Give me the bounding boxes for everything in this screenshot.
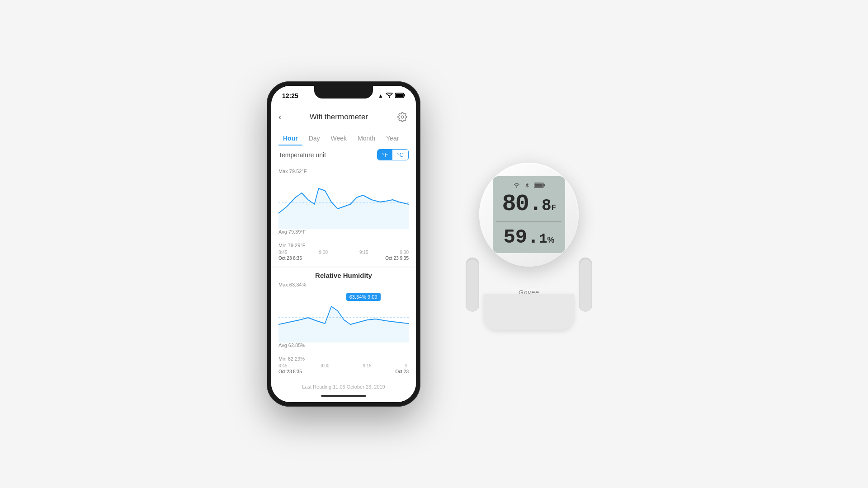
device-humidity: 59. <box>503 227 539 247</box>
temp-x-label-1: 9:00 <box>319 250 328 255</box>
temp-avg-label: Avg 79.39°F <box>278 229 409 235</box>
phone: 12:25 ▲ <box>267 81 420 407</box>
unit-label: Temperature unit <box>278 151 326 159</box>
unit-celsius-button[interactable]: °C <box>392 150 408 160</box>
status-bar: 12:25 ▲ <box>271 86 416 106</box>
device-body: 80. 8 F 59. 1 % <box>479 163 579 267</box>
device-arm-left <box>466 258 479 312</box>
humidity-x-label-3: 9: <box>405 363 409 368</box>
temp-date-labels: Oct 23 8:35 Oct 23 9:35 <box>278 256 409 261</box>
status-time: 12:25 <box>282 92 298 99</box>
device-temp-row: 80. 8 F <box>502 192 556 216</box>
humidity-date-labels: Oct 23 8:35 Oct 23 <box>278 369 409 374</box>
humidity-title: Relative Humidity <box>278 272 409 279</box>
home-indicator <box>271 389 416 402</box>
temp-x-label-0: 8:45 <box>278 250 287 255</box>
humidity-x-label-0: 8:45 <box>278 363 287 368</box>
tab-year[interactable]: Year <box>382 132 403 145</box>
temp-axis-labels: 8:45 9:00 9:15 9:30 <box>278 250 409 255</box>
unit-row: Temperature unit °F °C <box>271 145 416 165</box>
device-divider <box>496 221 561 222</box>
back-button[interactable]: ‹ <box>278 112 282 122</box>
unit-toggle: °F °C <box>377 149 409 160</box>
temp-x-label-3: 9:30 <box>400 250 409 255</box>
device-temperature: 80. <box>502 192 542 216</box>
temp-x-label-2: 9:15 <box>359 250 368 255</box>
tab-week[interactable]: Week <box>326 132 352 145</box>
humidity-min-label: Min 62.29% <box>278 356 409 361</box>
humidity-chart-area: 63.34% 9:09 <box>278 288 409 343</box>
device-screen: 80. 8 F 59. 1 % <box>493 176 565 253</box>
temp-chart-section: Max 79.52°F Avg 79.39°F Min 79. <box>271 165 416 266</box>
phone-screen: 12:25 ▲ <box>271 86 416 402</box>
settings-button[interactable] <box>396 111 409 123</box>
svg-rect-10 <box>535 183 543 187</box>
humidity-x-label-1: 9:00 <box>321 363 329 368</box>
wifi-icon <box>386 93 393 99</box>
svg-point-3 <box>401 116 404 118</box>
humidity-chart-section: Relative Humidity Max 63.34% 63.34% 9:09 <box>271 268 416 380</box>
scene: 12:25 ▲ <box>267 81 601 407</box>
device-temp-unit: F <box>552 204 556 212</box>
battery-icon <box>395 93 405 99</box>
humidity-date-end: Oct 23 <box>396 369 409 374</box>
device-icons-row <box>496 182 561 188</box>
device-stand <box>484 294 574 330</box>
temp-date-end: Oct 23 9:35 <box>385 256 409 261</box>
tab-day[interactable]: Day <box>304 132 325 145</box>
tab-month[interactable]: Month <box>353 132 380 145</box>
svg-rect-1 <box>404 94 406 96</box>
humidity-date-start: Oct 23 8:35 <box>278 369 302 374</box>
svg-rect-9 <box>544 184 545 186</box>
device-battery-icon <box>534 183 545 188</box>
temp-min-label: Min 79.29°F <box>278 243 409 248</box>
last-reading-label: Last Reading 11:06 October 23, 2019 <box>278 384 409 389</box>
app-footer: Last Reading 11:06 October 23, 2019 Expo… <box>271 380 416 389</box>
temp-date-start: Oct 23 8:35 <box>278 256 302 261</box>
humidity-tooltip: 63.34% 9:09 <box>346 293 381 301</box>
unit-fahrenheit-button[interactable]: °F <box>377 150 392 160</box>
device-arm-right <box>579 258 592 312</box>
device-wifi-icon <box>513 183 520 188</box>
humidity-x-label-2: 9:15 <box>363 363 371 368</box>
signal-icon: ▲ <box>378 93 383 99</box>
app-header: ‹ Wifi thermometer <box>271 106 416 128</box>
humidity-axis-labels: 8:45 9:00 9:15 9: <box>278 363 409 368</box>
device-humidity-decimal: 1 <box>539 231 547 247</box>
humidity-avg-label: Avg 62.85% <box>278 343 409 348</box>
app-title: Wifi thermometer <box>310 113 368 122</box>
temp-chart-area <box>278 175 409 229</box>
device-humidity-row: 59. 1 % <box>503 227 554 247</box>
tabs-row: Hour Day Week Month Year <box>271 128 416 145</box>
humidity-max-label: Max 63.34% <box>278 282 409 287</box>
notch <box>314 86 373 99</box>
svg-rect-2 <box>396 94 403 97</box>
temp-max-label: Max 79.52°F <box>278 169 409 174</box>
app-scroll: Max 79.52°F Avg 79.39°F Min 79. <box>271 165 416 389</box>
device-humidity-unit: % <box>547 235 555 245</box>
device-temp-decimal: 8 <box>542 197 552 215</box>
home-bar <box>321 395 366 397</box>
tab-hour[interactable]: Hour <box>278 132 302 145</box>
svg-marker-7 <box>278 306 409 343</box>
govee-device: 80. 8 F 59. 1 % Govee <box>457 149 601 339</box>
device-bluetooth-icon <box>524 182 530 188</box>
svg-marker-5 <box>278 188 409 229</box>
status-icons: ▲ <box>378 93 405 99</box>
